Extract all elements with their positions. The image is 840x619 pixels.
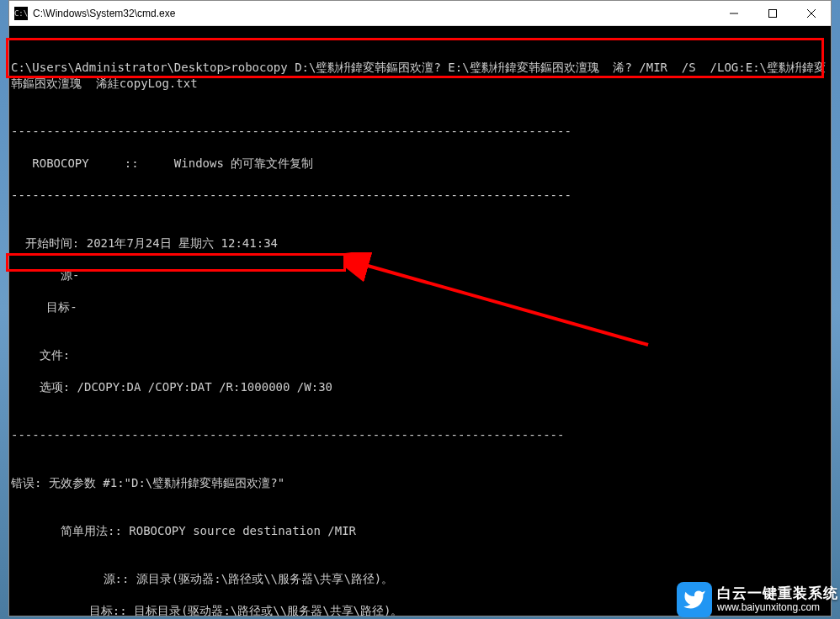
bird-icon (683, 588, 706, 611)
close-icon (807, 9, 816, 18)
cmd-icon: C:\ (14, 7, 28, 20)
maximize-icon (768, 9, 777, 18)
watermark: 白云一键重装系统 www.baiyunxitong.com (677, 582, 838, 617)
command-line: C:\Users\Administrator\Desktop>robocopy … (11, 60, 829, 92)
options-line: 选项: /DCOPY:DA /COPY:DAT /R:1000000 /W:30 (11, 379, 829, 395)
watermark-title: 白云一键重装系统 (717, 586, 838, 602)
cmd-window: C:\ C:\Windows\System32\cmd.exe C:\Users… (8, 0, 832, 616)
minimize-button[interactable] (715, 1, 753, 25)
svg-rect-1 (769, 9, 777, 17)
maximize-button[interactable] (753, 1, 792, 25)
close-button[interactable] (792, 1, 831, 25)
separator-line: ----------------------------------------… (11, 124, 829, 140)
usage-simple-line: 简单用法:: ROBOCOPY source destination /MIR (11, 523, 829, 539)
robocopy-header: ROBOCOPY :: Windows 的可靠文件复制 (11, 156, 829, 172)
source-line: 源- (11, 267, 829, 283)
terminal-output[interactable]: C:\Users\Administrator\Desktop>robocopy … (9, 26, 831, 616)
error-line: 错误: 无效参数 #1:"D:\璧勬枡鍏変韩鏂囨欢澶?" (11, 475, 829, 491)
watermark-url: www.baiyunxitong.com (717, 602, 838, 613)
start-time-line: 开始时间: 2021年7月24日 星期六 12:41:34 (11, 235, 829, 251)
watermark-text: 白云一键重装系统 www.baiyunxitong.com (717, 586, 838, 613)
separator-line: ----------------------------------------… (11, 188, 829, 204)
minimize-icon (730, 9, 738, 18)
dest-line: 目标- (11, 299, 829, 315)
files-line: 文件: (11, 347, 829, 363)
titlebar[interactable]: C:\ C:\Windows\System32\cmd.exe (9, 1, 831, 26)
separator-line: ----------------------------------------… (11, 427, 829, 443)
watermark-icon (677, 582, 712, 617)
window-controls (715, 1, 831, 25)
window-title: C:\Windows\System32\cmd.exe (33, 8, 715, 19)
